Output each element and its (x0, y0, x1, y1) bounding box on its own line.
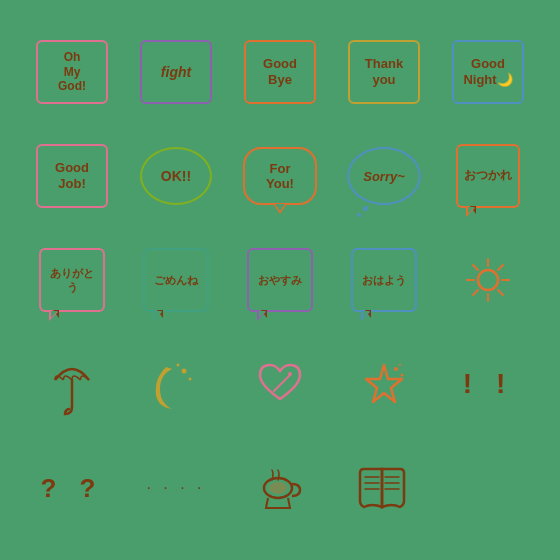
svg-point-16 (401, 373, 404, 376)
empty-cell (438, 438, 538, 538)
umbrella-icon (45, 352, 100, 417)
sticker-good-bye[interactable]: GoodBye (230, 22, 330, 122)
svg-point-12 (177, 363, 180, 366)
sticker-exclaim[interactable]: ! ! (438, 334, 538, 434)
sticker-arigatou[interactable]: ありがとう (22, 230, 122, 330)
svg-line-7 (498, 265, 503, 270)
svg-point-14 (288, 372, 292, 376)
moon-icon (146, 357, 206, 412)
sun-icon (461, 253, 516, 308)
sticker-for-you[interactable]: ForYou! (230, 126, 330, 226)
svg-point-19 (269, 482, 287, 494)
sticker-good-job[interactable]: GoodJob! (22, 126, 122, 226)
sticker-sun[interactable] (438, 230, 538, 330)
svg-line-6 (498, 290, 503, 295)
svg-point-15 (394, 367, 398, 371)
star-icon (354, 357, 414, 412)
heart-icon (250, 357, 310, 412)
sticker-label: GoodJob! (55, 160, 89, 191)
sticker-moon[interactable] (126, 334, 226, 434)
svg-line-5 (473, 265, 478, 270)
sticker-label: ForYou! (266, 161, 294, 191)
svg-line-13 (274, 375, 290, 391)
sticker-label: ごめんね (154, 273, 198, 287)
svg-point-10 (182, 368, 187, 373)
sticker-book[interactable] (334, 438, 434, 538)
sticker-dots[interactable]: · · · · (126, 438, 226, 538)
sticker-gomenne[interactable]: ごめんね (126, 230, 226, 330)
sticker-question[interactable]: ? ? (22, 438, 122, 538)
sticker-star[interactable] (334, 334, 434, 434)
sticker-fight[interactable]: fight (126, 22, 226, 122)
sticker-heart[interactable] (230, 334, 330, 434)
sticker-umbrella[interactable] (22, 334, 122, 434)
sticker-label: Thankyou (365, 56, 403, 87)
sticker-label: ありがとう (45, 266, 99, 295)
sticker-label: OK!! (161, 168, 191, 184)
svg-point-11 (189, 377, 192, 380)
sticker-label: fight (161, 64, 191, 81)
sticker-label: おやすみ (258, 273, 302, 287)
sticker-coffee[interactable] (230, 438, 330, 538)
sticker-label: おつかれ (464, 168, 512, 184)
sticker-ohayou[interactable]: おはよう (334, 230, 434, 330)
sticker-label: OhMyGod! (58, 50, 86, 93)
sticker-good-night[interactable]: GoodNight🌙 (438, 22, 538, 122)
svg-point-17 (399, 364, 401, 366)
sticker-sorry[interactable]: Sorry~ (334, 126, 434, 226)
coffee-icon (250, 458, 310, 518)
svg-line-8 (473, 290, 478, 295)
svg-point-0 (478, 270, 498, 290)
question-label: ? ? (41, 473, 104, 504)
sticker-label: Sorry~ (363, 169, 405, 184)
sticker-grid: OhMyGod! fight GoodBye Thankyou GoodNigh… (12, 12, 548, 548)
sticker-okii[interactable]: OK!! (126, 126, 226, 226)
sticker-oh-my-god[interactable]: OhMyGod! (22, 22, 122, 122)
book-icon (352, 461, 417, 516)
sticker-oyasumi[interactable]: おやすみ (230, 230, 330, 330)
sticker-label: GoodBye (263, 56, 297, 87)
sticker-otsukare[interactable]: おつかれ (438, 126, 538, 226)
dots-label: · · · · (146, 479, 205, 497)
sticker-label: おはよう (362, 273, 406, 287)
sticker-thank-you[interactable]: Thankyou (334, 22, 434, 122)
sticker-label: GoodNight🌙 (463, 56, 512, 87)
exclaim-label: ! ! (463, 368, 513, 400)
